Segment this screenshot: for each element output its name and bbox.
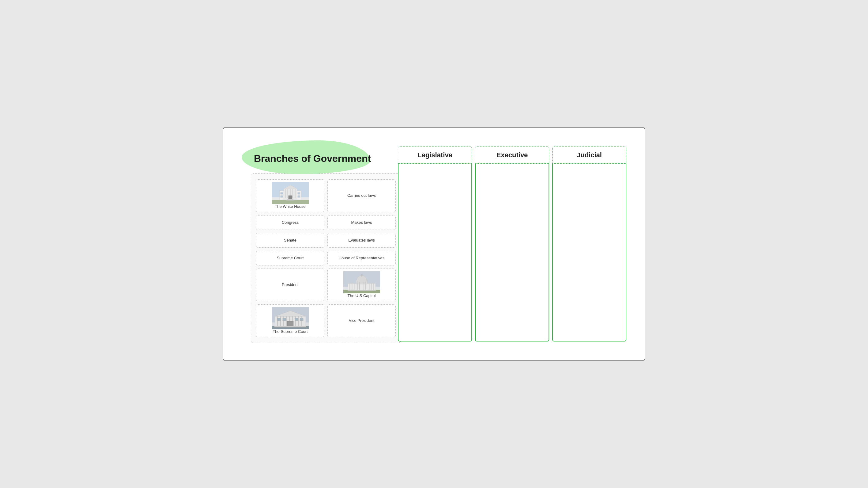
svg-rect-28 [354,282,355,290]
drop-zone-judicial[interactable] [552,164,626,342]
svg-rect-13 [298,193,300,194]
white-house-icon [272,182,309,204]
svg-rect-6 [285,189,286,198]
card-label-vice-president: Vice President [349,318,375,323]
card-supreme-court[interactable]: Supreme Court [256,251,324,265]
card-vice-president[interactable]: Vice President [328,305,396,337]
card-us-capitol-img[interactable]: The U.S Capitol [328,268,396,301]
svg-rect-12 [281,196,283,197]
svg-rect-58 [300,318,303,321]
svg-rect-50 [298,316,299,327]
card-president[interactable]: President [256,268,324,301]
svg-rect-9 [292,189,293,198]
svg-rect-32 [358,282,358,290]
card-label-congress: Congress [282,220,299,225]
card-label-white-house-img: The White House [275,204,305,209]
page-title: Branches of Government [251,146,401,167]
svg-rect-57 [295,318,298,321]
svg-rect-52 [287,321,293,327]
card-supreme-court-img[interactable]: The Supreme Court [256,305,324,337]
svg-rect-54 [274,327,307,327]
svg-rect-17 [286,200,294,200]
svg-rect-26 [349,282,350,290]
svg-rect-49 [295,316,296,327]
svg-rect-46 [286,316,287,327]
svg-rect-34 [364,282,364,290]
svg-rect-37 [348,290,376,291]
svg-point-25 [361,274,363,276]
slide-container: Branches of Government [223,127,645,361]
svg-rect-45 [283,316,284,327]
supreme-court-icon [272,307,309,329]
card-carries-out-laws[interactable]: Carries out laws [328,179,396,212]
svg-rect-51 [301,316,302,327]
svg-rect-36 [349,290,375,290]
svg-rect-43 [277,316,278,327]
card-label-senate: Senate [284,238,297,243]
card-label-makes-laws: Makes laws [351,220,372,225]
column-header-executive: Executive [475,146,549,164]
svg-rect-44 [280,316,281,327]
us-capitol-icon [343,271,380,293]
svg-rect-35 [365,282,366,290]
card-label-supreme-court-img: The Supreme Court [273,329,308,335]
svg-rect-16 [287,199,293,200]
left-panel: Branches of Government [251,146,401,343]
card-label-house-of-reps: House of Representatives [339,256,385,261]
svg-rect-30 [371,282,372,290]
svg-rect-15 [288,196,292,200]
column-header-judicial: Judicial [552,146,626,164]
svg-rect-53 [274,326,306,327]
card-congress[interactable]: Congress [256,215,324,230]
columns-body [398,164,626,342]
svg-rect-14 [298,196,300,197]
svg-rect-10 [294,189,296,198]
column-header-legislative: Legislative [398,146,472,164]
card-label-us-capitol-img: The U.S Capitol [348,293,376,298]
card-senate[interactable]: Senate [256,233,324,248]
card-evaluates-laws[interactable]: Evaluates laws [328,233,396,248]
card-house-of-reps[interactable]: House of Representatives [328,251,396,265]
svg-rect-55 [278,318,281,321]
columns-header: Legislative Executive Judicial [398,146,626,164]
svg-rect-11 [281,193,283,194]
svg-rect-56 [283,318,286,321]
card-makes-laws[interactable]: Makes laws [328,215,396,230]
svg-rect-29 [369,282,370,290]
drop-zone-executive[interactable] [475,164,549,342]
svg-rect-2 [272,200,309,204]
svg-rect-7 [287,189,288,198]
svg-rect-27 [351,282,352,290]
svg-rect-33 [359,282,360,290]
svg-rect-31 [373,282,374,290]
card-label-president: President [282,282,299,288]
title-area: Branches of Government [251,146,401,167]
drop-zone-legislative[interactable] [398,164,472,342]
svg-point-23 [357,276,367,284]
card-label-supreme-court: Supreme Court [277,256,304,261]
card-label-evaluates-laws: Evaluates laws [348,238,375,243]
card-white-house-img[interactable]: The White House [256,179,324,212]
card-label-carries-out-laws: Carries out laws [347,193,376,198]
right-panel: Legislative Executive Judicial [398,146,626,342]
cards-panel: The White House Carries out laws Congres… [251,173,401,343]
